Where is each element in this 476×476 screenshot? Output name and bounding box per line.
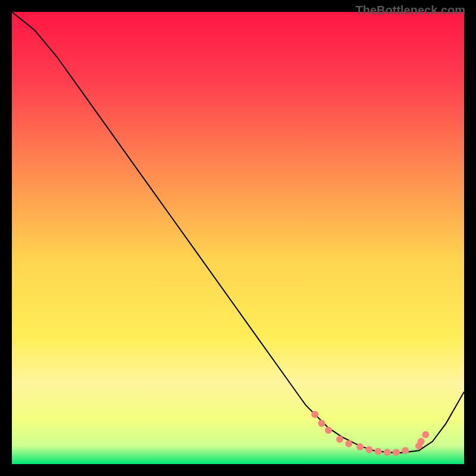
marker-dot	[365, 446, 372, 453]
plot-area	[12, 12, 464, 464]
marker-dot	[393, 449, 400, 456]
marker-dot	[336, 436, 343, 443]
marker-dot	[356, 443, 364, 450]
marker-dot	[402, 447, 409, 454]
marker-dot	[384, 449, 391, 456]
marker-dot	[345, 440, 352, 447]
marker-dot	[375, 448, 382, 455]
marker-dot	[311, 411, 318, 418]
marker-dot	[318, 420, 325, 427]
marker-dot	[422, 431, 429, 439]
curve-layer	[12, 12, 464, 464]
marker-dot	[325, 427, 332, 434]
marker-dot	[418, 438, 425, 445]
watermark-text: TheBottleneck.com	[356, 4, 465, 17]
marker-dots	[311, 411, 429, 456]
main-curve	[12, 12, 464, 453]
